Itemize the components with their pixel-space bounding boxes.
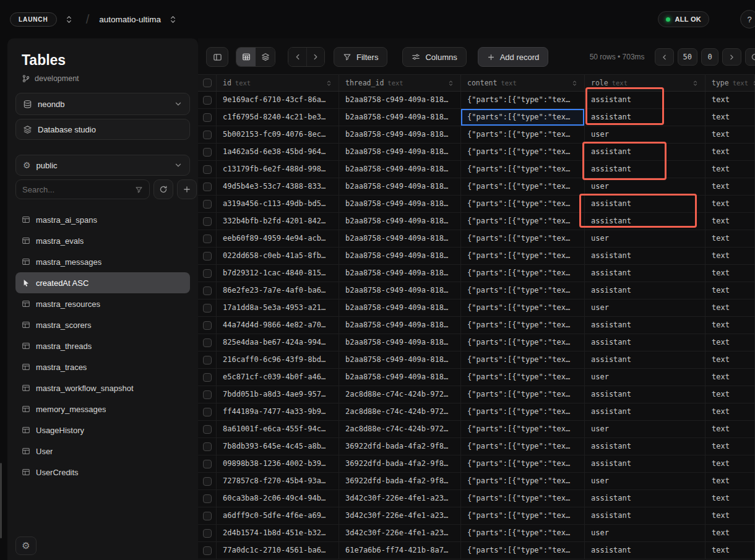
sidebar-table-item[interactable]: mastra_traces — [15, 356, 190, 377]
cell-thread-id[interactable]: 36922dfd-bada-4fa2-9f8… — [339, 455, 461, 473]
row-checkbox[interactable] — [203, 131, 212, 139]
row-checkbox[interactable] — [203, 321, 212, 330]
prev-page-button[interactable] — [655, 48, 674, 66]
cell-content[interactable]: {"parts":[{"type":"tex… — [461, 369, 585, 386]
chevron-up-down-icon[interactable] — [168, 15, 178, 24]
cell-content[interactable]: {"parts":[{"type":"tex… — [461, 455, 585, 473]
cell-thread-id[interactable]: 3d42c30f-226e-4fe1-a23… — [339, 507, 461, 525]
add-record-button[interactable]: Add record — [478, 47, 549, 67]
cell-type[interactable]: text — [705, 455, 755, 473]
table-row[interactable]: 60ca3ba8-2c06-49c4-94b… 3d42c30f-226e-4f… — [198, 490, 755, 507]
filters-button[interactable]: Filters — [334, 47, 387, 67]
cell-thread-id[interactable]: b2aa8758-c949-409a-818… — [339, 265, 461, 282]
row-checkbox[interactable] — [203, 408, 212, 416]
cell-id[interactable]: 44a74d4d-9866-4e82-a70… — [217, 317, 339, 334]
cell-type[interactable]: text — [705, 213, 755, 230]
cell-thread-id[interactable]: 2ac8d88e-c74c-424b-972… — [339, 386, 461, 403]
cell-id[interactable]: c13179fb-6e2f-488d-998… — [217, 161, 339, 178]
row-checkbox[interactable] — [203, 200, 212, 209]
schema-selector[interactable]: ⚙ public — [15, 155, 190, 176]
table-row[interactable]: 7b8db393-645e-4c45-a8b… 36922dfd-bada-4f… — [198, 438, 755, 455]
cell-thread-id[interactable]: b2aa8758-c949-409a-818… — [339, 126, 461, 144]
row-checkbox[interactable] — [203, 512, 212, 520]
sort-chevrons-icon[interactable] — [692, 80, 699, 87]
cell-type[interactable]: text — [705, 351, 755, 369]
cell-id[interactable]: a6dff9c0-5dfe-4f6e-a69… — [217, 507, 339, 525]
cell-type[interactable]: text — [705, 265, 755, 282]
sidebar-table-item[interactable]: mastra_ai_spans — [15, 209, 190, 230]
cell-content[interactable]: {"parts":[{"type":"tex… — [461, 126, 585, 144]
scrollbar-thumb[interactable] — [0, 463, 2, 538]
cell-id[interactable]: c1f6795d-8240-4c21-be3… — [217, 109, 339, 126]
cell-role[interactable]: assistant — [585, 144, 705, 161]
cell-role[interactable]: user — [585, 178, 705, 196]
columns-button[interactable]: Columns — [402, 47, 466, 67]
cell-content[interactable]: {"parts":[{"type":"tex… — [461, 282, 585, 299]
sidebar-table-item[interactable]: UserCredits — [15, 462, 190, 483]
row-checkbox[interactable] — [203, 235, 212, 243]
cell-role[interactable]: assistant — [585, 334, 705, 351]
cell-content[interactable]: {"parts":[{"type":"tex… — [461, 403, 585, 421]
sidebar-table-item[interactable]: mastra_scorers — [15, 314, 190, 335]
table-row[interactable]: e5c871cf-c039-4b0f-a46… b2aa8758-c949-40… — [198, 369, 755, 386]
cell-role[interactable]: assistant — [585, 351, 705, 369]
cell-content[interactable]: {"parts":[{"type":"tex… — [461, 144, 585, 161]
cell-type[interactable]: text — [705, 230, 755, 248]
cell-thread-id[interactable]: 2ac8d88e-c74c-424b-972… — [339, 421, 461, 438]
cell-thread-id[interactable]: b2aa8758-c949-409a-818… — [339, 213, 461, 230]
cell-thread-id[interactable]: b2aa8758-c949-409a-818… — [339, 196, 461, 213]
cell-role[interactable]: assistant — [585, 265, 705, 282]
table-row[interactable]: eeb60f89-4959-4e94-acb… b2aa8758-c949-40… — [198, 230, 755, 248]
cell-content[interactable]: {"parts":[{"type":"tex… — [461, 248, 585, 265]
table-row[interactable]: 727857c8-f270-45b4-93a… 36922dfd-bada-4f… — [198, 473, 755, 490]
cell-content[interactable]: {"parts":[{"type":"tex… — [461, 490, 585, 507]
cell-id[interactable]: 1a462a5d-6e38-45bd-964… — [217, 144, 339, 161]
cell-type[interactable]: text — [705, 421, 755, 438]
cell-role[interactable]: assistant — [585, 92, 705, 109]
column-header[interactable]: type text — [705, 75, 755, 91]
column-header[interactable]: thread_id text — [339, 75, 461, 91]
cell-type[interactable]: text — [705, 161, 755, 178]
table-row[interactable]: ff44189a-7477-4a33-9b9… 2ac8d88e-c74c-42… — [198, 403, 755, 421]
row-checkbox[interactable] — [203, 442, 212, 451]
cell-type[interactable]: text — [705, 317, 755, 334]
sidebar-sort-item[interactable]: createdAt ASC — [15, 272, 190, 293]
row-checkbox[interactable] — [203, 494, 212, 503]
row-checkbox[interactable] — [203, 373, 212, 382]
row-checkbox[interactable] — [203, 356, 212, 364]
cell-id[interactable]: 5b002153-fc09-4076-8ec… — [217, 126, 339, 144]
cell-thread-id[interactable]: 61e7a6b6-ff74-421b-8a7… — [339, 542, 461, 559]
back-button[interactable] — [288, 48, 306, 66]
row-checkbox[interactable] — [203, 269, 212, 278]
cell-role[interactable]: assistant — [585, 438, 705, 455]
cell-role[interactable]: assistant — [585, 161, 705, 178]
row-checkbox[interactable] — [203, 304, 212, 312]
sidebar-table-item[interactable]: mastra_messages — [15, 251, 190, 272]
cell-role[interactable]: assistant — [585, 248, 705, 265]
table-row[interactable]: c13179fb-6e2f-488d-998… b2aa8758-c949-40… — [198, 161, 755, 178]
table-row[interactable]: b7d29312-1cac-4840-815… b2aa8758-c949-40… — [198, 265, 755, 282]
cell-role[interactable]: user — [585, 473, 705, 490]
row-checkbox[interactable] — [203, 425, 212, 434]
cell-role[interactable]: assistant — [585, 386, 705, 403]
cell-thread-id[interactable]: b2aa8758-c949-409a-818… — [339, 109, 461, 126]
cell-thread-id[interactable]: 36922dfd-bada-4fa2-9f8… — [339, 473, 461, 490]
cell-id[interactable]: 86e2fe23-7a7e-4af0-ba6… — [217, 282, 339, 299]
cell-type[interactable]: text — [705, 473, 755, 490]
sidebar-table-item[interactable]: memory_messages — [15, 398, 190, 420]
cell-id[interactable]: b7d29312-1cac-4840-815… — [217, 265, 339, 282]
cell-content[interactable]: {"parts":[{"type":"tex… — [461, 334, 585, 351]
row-checkbox[interactable] — [203, 183, 212, 191]
cell-role[interactable]: user — [585, 299, 705, 317]
forward-button[interactable] — [306, 48, 324, 66]
column-header[interactable]: id text — [217, 75, 339, 91]
cell-thread-id[interactable]: 3d42c30f-226e-4fe1-a23… — [339, 490, 461, 507]
cell-role[interactable]: assistant — [585, 403, 705, 421]
cell-content[interactable]: {"parts":[{"type":"tex… — [461, 92, 585, 109]
cell-id[interactable]: 332b4bfb-b2fd-4201-842… — [217, 213, 339, 230]
cell-type[interactable]: text — [705, 490, 755, 507]
cell-id[interactable]: 7b8db393-645e-4c45-a8b… — [217, 438, 339, 455]
table-row[interactable]: 49d5b4e3-53c7-4388-833… b2aa8758-c949-40… — [198, 178, 755, 196]
cell-id[interactable]: 8a61001f-e6ca-455f-94c… — [217, 421, 339, 438]
cell-type[interactable]: text — [705, 92, 755, 109]
